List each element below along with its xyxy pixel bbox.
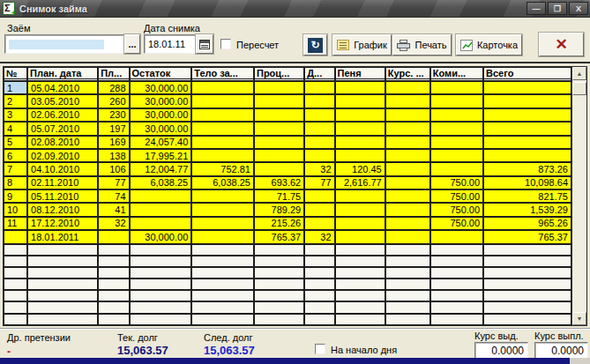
empty-cell[interactable] [304,314,334,325]
empty-cell[interactable] [4,267,27,279]
grid-cell[interactable] [98,230,129,243]
rate-issue-field[interactable]: 0.0000 [474,342,528,359]
empty-cell[interactable] [304,279,334,290]
grid-cell[interactable]: 30,000.00 [130,230,192,243]
empty-cell[interactable] [130,256,192,267]
empty-cell[interactable] [4,301,27,313]
grid-cell[interactable] [483,108,571,122]
grid-cell[interactable]: 30,000.00 [130,81,192,94]
grid-cell[interactable] [430,230,483,243]
empty-cell[interactable] [430,267,483,279]
grid-cell[interactable]: 02.08.2010 [27,136,98,149]
empty-cell[interactable] [335,314,385,325]
grid-cell[interactable] [130,217,192,230]
empty-cell[interactable] [98,244,129,256]
rate-repay-field[interactable]: 0.0000 [534,342,588,359]
grid-cell[interactable] [254,122,304,135]
grid-cell[interactable]: 17,995.21 [130,149,192,162]
empty-cell[interactable] [191,290,254,301]
grid-cell[interactable]: 77 [304,176,334,189]
grid-cell[interactable] [335,122,385,135]
empty-cell[interactable] [98,267,129,279]
grid-cell[interactable] [191,81,254,94]
column-header[interactable]: Всего [483,67,571,81]
grid-cell[interactable]: 30,000.00 [130,94,192,108]
recalc-checkbox[interactable] [220,39,231,49]
grid-cell[interactable]: 41 [98,203,129,216]
grid-cell[interactable] [254,162,304,175]
grid-cell[interactable] [385,230,430,243]
column-header[interactable]: Курс. ... [385,67,430,81]
empty-cell[interactable] [385,301,430,313]
empty-cell[interactable] [385,290,430,301]
empty-cell[interactable] [27,267,98,279]
grid-cell[interactable] [385,94,430,108]
grid-cell[interactable]: 6,038.25 [130,176,192,189]
empty-cell[interactable] [335,267,385,279]
grid-cell[interactable]: 873.26 [483,162,571,175]
empty-cell[interactable] [4,279,27,290]
grid-cell[interactable] [385,149,430,162]
grid-cell[interactable] [130,189,192,203]
grid-cell[interactable] [191,230,254,243]
grid-cell[interactable]: 120.45 [335,162,385,175]
grid-cell[interactable]: 821.75 [483,189,571,203]
empty-cell[interactable] [191,279,254,290]
refresh-button[interactable]: ↻ [303,34,327,56]
grid-cell[interactable]: 5 [4,136,27,149]
grid-cell[interactable] [430,149,483,162]
grid-cell[interactable] [385,189,430,203]
grid-cell[interactable] [191,108,254,122]
grid-cell[interactable] [385,122,430,135]
empty-cell[interactable] [304,256,334,267]
empty-cell[interactable] [483,279,571,290]
grid-cell[interactable]: 750.00 [430,189,483,203]
empty-cell[interactable] [27,314,98,325]
graph-button[interactable]: График [332,34,392,56]
empty-cell[interactable] [385,279,430,290]
grid-cell[interactable]: 10 [4,203,27,216]
grid-cell[interactable] [335,203,385,216]
grid-cell[interactable]: 32 [98,217,129,230]
grid-cell[interactable] [254,94,304,108]
grid-cell[interactable] [304,203,334,216]
grid-cell[interactable]: 32 [304,162,334,175]
grid-cell[interactable]: 05.11.2010 [27,189,98,203]
empty-cell[interactable] [98,314,129,325]
empty-cell[interactable] [191,267,254,279]
empty-cell[interactable] [254,244,304,256]
column-header[interactable]: Остаток [130,67,192,81]
grid-cell[interactable]: 106 [98,162,129,175]
grid-cell[interactable]: 169 [98,136,129,149]
grid-cell[interactable] [430,108,483,122]
grid-cell[interactable]: 02.06.2010 [27,108,98,122]
grid-cell[interactable] [304,136,334,149]
grid-cell[interactable]: 2 [4,94,27,108]
empty-cell[interactable] [98,301,129,313]
empty-cell[interactable] [335,256,385,267]
grid-cell[interactable]: 12,004.77 [130,162,192,175]
grid-cell[interactable] [430,94,483,108]
grid-cell[interactable] [191,149,254,162]
column-header[interactable]: Проц... [254,67,304,81]
empty-cell[interactable] [385,314,430,325]
empty-cell[interactable] [191,244,254,256]
column-header[interactable]: План. дата [27,67,98,81]
loan-browse-button[interactable]: ... [124,34,140,54]
grid-cell[interactable] [430,81,483,94]
grid-cell[interactable] [4,230,27,243]
empty-cell[interactable] [27,244,98,256]
grid-cell[interactable]: 1,539.29 [483,203,571,216]
empty-cell[interactable] [254,301,304,313]
column-header[interactable]: Тело за... [191,67,254,81]
empty-cell[interactable] [254,256,304,267]
grid-cell[interactable]: 2,616.77 [335,176,385,189]
empty-cell[interactable] [191,256,254,267]
grid-cell[interactable] [385,203,430,216]
minimize-button[interactable]: — [527,2,546,15]
grid-cell[interactable]: 4 [4,122,27,135]
grid-cell[interactable]: 750.00 [430,203,483,216]
grid-cell[interactable] [304,94,334,108]
grid-cell[interactable]: 9 [4,189,27,203]
start-of-day-checkbox[interactable] [315,344,325,354]
